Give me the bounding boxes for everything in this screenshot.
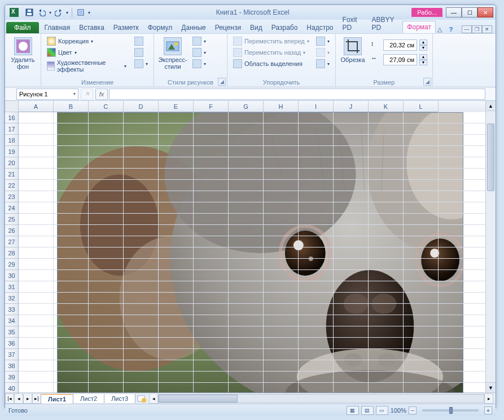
row-header[interactable]: 22 <box>5 180 19 191</box>
row-header[interactable]: 27 <box>5 236 19 247</box>
tab-layout[interactable]: Разметк <box>109 21 143 33</box>
sheet-nav-first[interactable]: |◂ <box>5 394 14 404</box>
sheet-nav-next[interactable]: ▸ <box>23 394 32 404</box>
row-header[interactable]: 39 <box>5 372 19 383</box>
zoom-slider[interactable] <box>422 409 479 412</box>
row-header[interactable]: 25 <box>5 214 19 225</box>
tab-abbyy[interactable]: ABBYY PD <box>367 14 403 33</box>
column-header[interactable]: L <box>404 101 439 112</box>
size-dialog-launcher[interactable]: ◢ <box>423 78 431 86</box>
normal-view-button[interactable]: ▦ <box>347 406 359 415</box>
color-button[interactable]: Цвет▾ <box>46 47 128 58</box>
tab-insert[interactable]: Вставка <box>74 21 109 33</box>
send-backward-button[interactable]: Переместить назад▾ <box>232 47 310 58</box>
minimize-button[interactable]: — <box>446 7 462 17</box>
name-box[interactable]: Рисунок 1▾ <box>16 89 78 100</box>
row-header[interactable]: 20 <box>5 157 19 169</box>
width-input[interactable] <box>383 54 417 65</box>
minimize-ribbon-button[interactable]: △ <box>436 25 444 33</box>
undo-dropdown[interactable]: ▾ <box>49 10 51 15</box>
sheet-nav-last[interactable]: ▸| <box>32 394 41 404</box>
scroll-up-button[interactable]: ▲ <box>486 101 496 111</box>
zoom-in-button[interactable]: + <box>484 406 492 414</box>
tab-formulas[interactable]: Формул <box>143 21 177 33</box>
fx-button[interactable]: fx <box>95 89 108 100</box>
row-header[interactable]: 18 <box>5 135 19 146</box>
artistic-effects-button[interactable]: Художественные эффекты▾ <box>46 59 128 73</box>
column-header[interactable]: K <box>369 101 404 112</box>
picture-layout-button[interactable]: ▾ <box>191 59 207 69</box>
column-header[interactable]: H <box>264 101 299 112</box>
redo-dropdown[interactable]: ▾ <box>66 10 68 15</box>
column-header[interactable]: D <box>124 101 159 112</box>
column-header[interactable]: J <box>334 101 369 112</box>
column-header[interactable]: E <box>159 101 194 112</box>
file-tab[interactable]: Файл <box>6 22 39 33</box>
row-header[interactable]: 34 <box>5 315 19 326</box>
width-field[interactable]: ↔ ▲▼ <box>371 54 427 65</box>
tab-view[interactable]: Вид <box>246 21 267 33</box>
compress-picture-button[interactable] <box>133 36 149 46</box>
select-all-button[interactable] <box>5 101 19 112</box>
tab-home[interactable]: Главная <box>40 21 75 33</box>
tab-data[interactable]: Данные <box>177 21 210 33</box>
sheet-nav-prev[interactable]: ◂ <box>14 394 23 404</box>
vertical-scrollbar[interactable]: ▲ ▼ <box>485 101 496 392</box>
zoom-thumb[interactable] <box>449 407 453 414</box>
zoom-out-button[interactable]: − <box>409 406 417 414</box>
row-header[interactable]: 29 <box>5 259 19 270</box>
rotate-button[interactable]: ▾ <box>315 59 331 69</box>
horizontal-scrollbar[interactable]: ◂ ▸ <box>149 394 493 403</box>
zoom-level[interactable]: 100% <box>391 407 406 414</box>
tab-addins[interactable]: Надстро <box>302 21 338 33</box>
inserted-picture[interactable] <box>57 112 463 393</box>
row-header[interactable]: 30 <box>5 270 19 281</box>
scroll-down-button[interactable]: ▼ <box>486 382 496 392</box>
row-header[interactable]: 36 <box>5 338 19 349</box>
hscroll-left[interactable]: ◂ <box>149 394 158 404</box>
bring-forward-button[interactable]: Переместить вперед▾ <box>232 36 310 46</box>
qat-extra-button[interactable] <box>76 7 86 17</box>
row-header[interactable]: 19 <box>5 146 19 157</box>
height-up[interactable]: ▲ <box>419 39 427 45</box>
row-header[interactable]: 37 <box>5 349 19 360</box>
namebox-dropdown[interactable]: ▾ <box>73 91 76 96</box>
align-button[interactable]: ▾ <box>315 36 331 46</box>
row-header[interactable]: 40 <box>5 383 19 394</box>
new-sheet-button[interactable] <box>137 394 147 403</box>
row-header[interactable]: 33 <box>5 304 19 315</box>
row-header[interactable]: 17 <box>5 123 19 135</box>
page-break-view-button[interactable]: ▭ <box>376 406 388 415</box>
redo-button[interactable] <box>54 7 64 17</box>
hscroll-right[interactable]: ▸ <box>484 394 493 404</box>
crop-button[interactable]: Обрезка <box>340 36 365 64</box>
column-header[interactable]: A <box>19 101 54 112</box>
height-down[interactable]: ▼ <box>419 45 427 51</box>
mdi-close[interactable]: ✕ <box>482 25 492 33</box>
column-header[interactable]: I <box>299 101 334 112</box>
row-header[interactable]: 35 <box>5 326 19 338</box>
mdi-minimize[interactable]: — <box>462 25 472 33</box>
page-layout-view-button[interactable]: ▤ <box>361 406 374 415</box>
formula-input[interactable] <box>109 89 485 100</box>
remove-background-button[interactable]: Удалить фон <box>10 36 36 71</box>
cancel-fx-button[interactable]: ✕ <box>81 89 93 100</box>
column-header[interactable]: B <box>54 101 89 112</box>
picture-styles-button[interactable]: Экспресс-стили <box>159 36 187 71</box>
undo-button[interactable] <box>37 7 47 17</box>
reset-picture-button[interactable]: ▾ <box>133 59 149 69</box>
sheet-tab-2[interactable]: Лист2 <box>73 394 104 403</box>
styles-dialog-launcher[interactable]: ◢ <box>218 78 226 86</box>
row-header[interactable]: 21 <box>5 169 19 180</box>
row-header[interactable]: 32 <box>5 293 19 304</box>
width-down[interactable]: ▼ <box>419 60 427 65</box>
height-input[interactable] <box>383 39 417 51</box>
tab-developer[interactable]: Разрабо <box>267 21 303 33</box>
row-header[interactable]: 24 <box>5 202 19 214</box>
picture-effects-button[interactable]: ▾ <box>191 47 207 58</box>
vscroll-thumb[interactable] <box>487 123 494 191</box>
corrections-button[interactable]: Коррекция▾ <box>46 36 128 46</box>
column-header[interactable]: F <box>194 101 229 112</box>
change-picture-button[interactable] <box>133 47 149 58</box>
qat-customize[interactable]: ▾ <box>88 10 90 15</box>
